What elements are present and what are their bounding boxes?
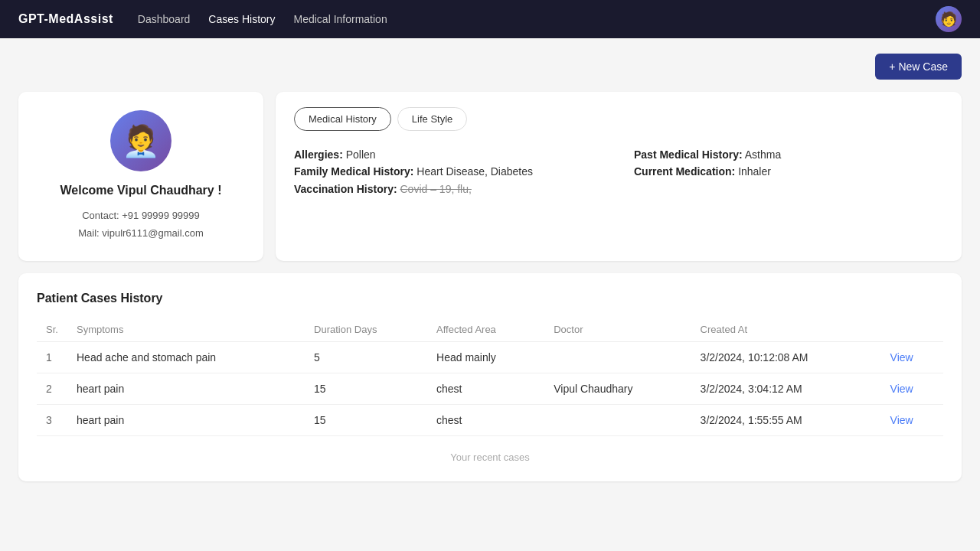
cell-sr: 3 xyxy=(37,404,67,435)
medication-label: Current Medication: xyxy=(634,165,735,178)
profile-contact-phone: Contact: +91 99999 99999 xyxy=(78,207,203,224)
profile-card: 🧑‍💼 Welcome Vipul Chaudhary ! Contact: +… xyxy=(18,92,263,261)
tab-medical-history[interactable]: Medical History xyxy=(294,107,391,131)
vaccination-label: Vaccination History: xyxy=(294,183,397,195)
cases-table: Sr. Symptoms Duration Days Affected Area… xyxy=(37,318,943,436)
allergies-row: Allergies: Pollen xyxy=(294,146,603,163)
medical-right: Past Medical History: Asthma Current Med… xyxy=(634,146,943,197)
cell-symptoms: Head ache and stomach pain xyxy=(67,341,305,373)
table-row: 2 heart pain 15 chest Vipul Chaudhary 3/… xyxy=(37,373,943,404)
medical-content: Allergies: Pollen Family Medical History… xyxy=(294,146,943,197)
cell-sr: 2 xyxy=(37,373,67,404)
col-sr: Sr. xyxy=(37,318,67,342)
view-link[interactable]: View xyxy=(890,414,913,426)
nav-links: Dashboard Cases History Medical Informat… xyxy=(138,13,911,25)
profile-avatar: 🧑‍💼 xyxy=(110,110,172,171)
col-doctor: Doctor xyxy=(544,318,691,342)
family-row: Family Medical History: Heart Disease, D… xyxy=(294,163,603,180)
view-link[interactable]: View xyxy=(890,351,913,364)
cell-created: 3/2/2024, 10:12:08 AM xyxy=(691,341,881,373)
medication-row: Current Medication: Inhaler xyxy=(634,163,943,180)
col-duration: Duration Days xyxy=(305,318,427,342)
col-area: Affected Area xyxy=(427,318,544,342)
medical-card: Medical History Life Style Allergies: Po… xyxy=(276,92,962,261)
tab-bar: Medical History Life Style xyxy=(294,107,943,131)
past-label: Past Medical History: xyxy=(634,148,743,161)
cell-created: 3/2/2024, 1:55:55 AM xyxy=(691,404,881,435)
family-label: Family Medical History: xyxy=(294,165,413,178)
family-value: Heart Disease, Diabetes xyxy=(416,165,533,178)
cell-symptoms: heart pain xyxy=(67,373,305,404)
main-content: + New Case 🧑‍💼 Welcome Vipul Chaudhary !… xyxy=(0,38,980,497)
new-case-button[interactable]: + New Case xyxy=(875,54,962,80)
top-row: 🧑‍💼 Welcome Vipul Chaudhary ! Contact: +… xyxy=(18,92,962,261)
vaccination-row: Vaccination History: Covid – 19, flu, xyxy=(294,181,603,197)
nav-dashboard[interactable]: Dashboard xyxy=(138,13,191,25)
cases-title: Patient Cases History xyxy=(37,292,943,305)
profile-contact: Contact: +91 99999 99999 Mail: vipulr611… xyxy=(78,207,203,243)
nav-medical-information[interactable]: Medical Information xyxy=(294,13,387,25)
cell-action[interactable]: View xyxy=(881,341,943,373)
profile-contact-mail: Mail: vipulr6111@gmail.com xyxy=(78,224,203,242)
past-history-row: Past Medical History: Asthma xyxy=(634,146,943,163)
col-action xyxy=(881,318,943,342)
cell-action[interactable]: View xyxy=(881,373,943,404)
cell-doctor: Vipul Chaudhary xyxy=(544,373,691,404)
cell-doctor xyxy=(544,404,691,435)
new-case-row: + New Case xyxy=(18,54,962,80)
cell-action[interactable]: View xyxy=(881,404,943,435)
medical-left: Allergies: Pollen Family Medical History… xyxy=(294,146,603,197)
past-value: Asthma xyxy=(745,148,781,161)
profile-name: Welcome Vipul Chaudhary ! xyxy=(60,184,221,197)
cell-created: 3/2/2024, 3:04:12 AM xyxy=(691,373,881,404)
allergies-label: Allergies: xyxy=(294,148,343,161)
vaccination-value: Covid – 19, flu, xyxy=(400,183,471,195)
cell-area: chest xyxy=(427,404,544,435)
cases-footer: Your recent cases xyxy=(37,452,943,463)
col-created: Created At xyxy=(691,318,881,342)
cell-area: chest xyxy=(427,373,544,404)
cell-symptoms: heart pain xyxy=(67,404,305,435)
cell-sr: 1 xyxy=(37,341,67,373)
table-header-row: Sr. Symptoms Duration Days Affected Area… xyxy=(37,318,943,342)
cell-area: Head mainly xyxy=(427,341,544,373)
navbar: GPT-MedAssist Dashboard Cases History Me… xyxy=(0,0,980,38)
cell-duration: 5 xyxy=(305,341,427,373)
allergies-value: Pollen xyxy=(346,148,376,161)
table-row: 3 heart pain 15 chest 3/2/2024, 1:55:55 … xyxy=(37,404,943,435)
tab-lifestyle[interactable]: Life Style xyxy=(397,107,467,131)
table-row: 1 Head ache and stomach pain 5 Head main… xyxy=(37,341,943,373)
avatar[interactable]: 🧑 xyxy=(936,6,962,32)
cases-card: Patient Cases History Sr. Symptoms Durat… xyxy=(18,273,962,481)
cell-doctor xyxy=(544,341,691,373)
view-link[interactable]: View xyxy=(890,383,913,395)
medication-value: Inhaler xyxy=(738,165,771,178)
brand: GPT-MedAssist xyxy=(18,12,113,26)
nav-cases-history[interactable]: Cases History xyxy=(208,13,275,25)
cell-duration: 15 xyxy=(305,373,427,404)
col-symptoms: Symptoms xyxy=(67,318,305,342)
cell-duration: 15 xyxy=(305,404,427,435)
